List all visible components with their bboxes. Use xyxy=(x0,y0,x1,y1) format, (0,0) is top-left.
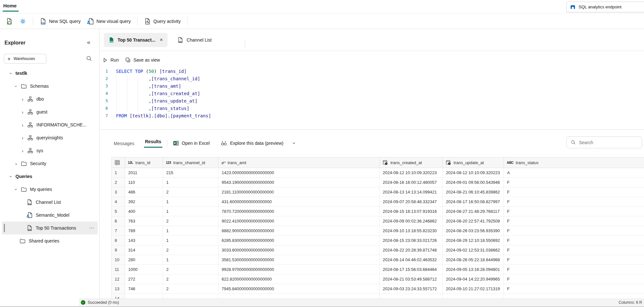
grid-cell: 2024-08-15 18:13:07.919316 xyxy=(380,207,443,216)
row-number-cell[interactable]: 2 xyxy=(111,178,125,187)
grid-cell: F xyxy=(504,178,644,187)
column-header-trans-id[interactable]: 12Ltrans_id xyxy=(125,157,163,168)
tab-messages[interactable]: Messages xyxy=(114,141,134,146)
query-activity-button[interactable]: Query activity xyxy=(142,16,183,26)
chevron-down-icon[interactable]: › xyxy=(14,84,19,89)
tree-item-guest[interactable]: ›guest xyxy=(2,105,98,118)
run-button[interactable]: Run xyxy=(102,55,119,64)
refresh-button[interactable] xyxy=(4,16,15,26)
open-in-excel-button[interactable]: Open in Excel xyxy=(173,138,210,148)
row-number-cell[interactable]: 13 xyxy=(111,284,125,294)
code-line[interactable]: 5 ,[trans_update_at] xyxy=(100,97,551,104)
code-token xyxy=(116,84,149,89)
tree-item-my-queries[interactable]: ›My queries xyxy=(2,183,98,196)
settings-button[interactable] xyxy=(17,16,28,26)
endpoint-selector[interactable]: SQL analytics endpoint xyxy=(566,2,644,12)
grid-cell: 2024-09-07 20:58:48.332347 xyxy=(380,197,443,207)
results-search-box[interactable] xyxy=(566,136,642,148)
search-input[interactable] xyxy=(579,140,638,145)
grid-cell: 2024-08-17 15:56:03.684464 xyxy=(380,265,443,274)
column-header-trans-created-at[interactable]: trans_created_at xyxy=(380,157,443,168)
tree-item-security[interactable]: ›Security xyxy=(2,157,98,170)
row-number-cell[interactable]: 3 xyxy=(111,187,125,197)
grid-cell: 2024-09-09 00:02:36.246862 xyxy=(380,216,443,226)
refresh-document-icon xyxy=(6,18,13,25)
row-number-cell[interactable]: 7 xyxy=(111,226,125,236)
tree-item-queries[interactable]: ›Queries xyxy=(2,170,98,183)
chevron-right-icon[interactable]: › xyxy=(14,161,19,166)
column-header-trans-amt[interactable]: eˣtrans_amt xyxy=(218,157,380,168)
new-sql-query-button[interactable]: SQL New SQL query xyxy=(38,16,82,26)
explorer-search-icon[interactable] xyxy=(86,55,92,62)
grid-cell: 7945.840000000000000000 xyxy=(218,284,380,294)
tree-item-label: Top 50 Transactions xyxy=(36,225,76,231)
column-header-trans-channel-id[interactable]: 123trans_channel_id xyxy=(163,157,218,168)
add-warehouses-button[interactable]: + Warehouses xyxy=(4,54,46,64)
grid-row-10: 1028013581.5300000000000000002024-08-14 … xyxy=(111,255,644,265)
chevron-right-icon[interactable]: › xyxy=(20,97,25,102)
chevron-down-icon[interactable]: › xyxy=(291,142,297,144)
row-number-cell[interactable]: 1 xyxy=(111,168,125,178)
query-tab-top-50-transact[interactable]: SQLTop 50 Transact...✕ xyxy=(104,33,168,47)
explore-data-button[interactable]: Explore this data (preview) › xyxy=(220,138,295,148)
editor-results-splitter[interactable] xyxy=(100,129,644,130)
row-number-cell[interactable]: 8 xyxy=(111,236,125,245)
tree-item-semantic-model[interactable]: Semantic_Model xyxy=(2,209,98,222)
visual-query-file-icon xyxy=(87,18,94,25)
query-tab-channel-list[interactable]: SQLChannel List xyxy=(173,33,216,47)
row-number-cell[interactable]: 14 xyxy=(111,294,125,299)
code-line[interactable]: 7FROM [testlk].[dbo].[payment_trans] xyxy=(100,112,551,119)
row-number-cell[interactable]: 5 xyxy=(111,207,125,216)
tree-item-label: sys xyxy=(36,148,43,153)
new-visual-query-button[interactable]: New visual query xyxy=(85,16,133,26)
row-number-cell[interactable]: 9 xyxy=(111,245,125,255)
row-number-cell[interactable]: 4 xyxy=(111,197,125,207)
home-tab-active-underline xyxy=(3,11,19,12)
tab-label: Top 50 Transact... xyxy=(118,37,155,43)
row-number-cell[interactable]: 10 xyxy=(111,255,125,265)
row-number-cell[interactable]: 6 xyxy=(111,216,125,226)
tree-item-schemas[interactable]: ›Schemas xyxy=(2,80,98,93)
chevron-down-icon[interactable]: › xyxy=(9,174,14,179)
ribbon-tab-home[interactable]: Home xyxy=(3,3,17,8)
chevron-down-icon[interactable]: › xyxy=(14,187,19,192)
tree-item-sys[interactable]: ›sys xyxy=(2,144,98,157)
new-visual-query-label: New visual query xyxy=(96,19,131,24)
select-all-header[interactable] xyxy=(111,157,125,168)
sql-code-editor[interactable]: 1SELECT TOP (50) [trans_id]2 ,[trans_cha… xyxy=(100,67,551,119)
code-line[interactable]: 3 ,[trans_amt] xyxy=(100,82,551,90)
chevron-right-icon[interactable]: › xyxy=(20,110,25,114)
tree-item-dbo[interactable]: ›dbo xyxy=(2,93,98,105)
tree-item-testlk[interactable]: ›testlk xyxy=(2,67,98,80)
save-as-view-button[interactable]: Save as view xyxy=(125,55,160,64)
tree-item-channel-list[interactable]: SQLChannel List xyxy=(2,196,98,209)
tree-item-shared-queries[interactable]: Shared queries xyxy=(2,234,98,247)
code-line[interactable]: 6 ,[trans_status] xyxy=(100,104,551,112)
tree-item-information-sche[interactable]: ›INFORMATION_SCHE... xyxy=(2,118,98,131)
column-header-trans-status[interactable]: ABCtrans_status xyxy=(504,157,644,168)
grid-cell: 2024-09-05 13:16:28.094801 xyxy=(443,265,504,274)
chevron-right-icon[interactable]: › xyxy=(20,123,25,127)
grid-cell: 1000 xyxy=(125,265,163,274)
chevron-down-icon[interactable]: › xyxy=(9,71,14,76)
code-line[interactable]: 1SELECT TOP (50) [trans_id] xyxy=(100,67,551,75)
tree-item-queryinsights[interactable]: ›queryinsights xyxy=(2,131,98,144)
code-line[interactable]: 2 ,[trans_channel_id] xyxy=(100,75,551,82)
tree-item-label: testlk xyxy=(15,71,27,76)
datetime-type-icon xyxy=(382,160,388,165)
tab-results[interactable]: Results xyxy=(144,139,162,148)
tree-item-top-50-transactions[interactable]: SQLTop 50 Transactions⋯ xyxy=(2,222,98,234)
row-number-cell[interactable]: 11 xyxy=(111,265,125,274)
code-token xyxy=(116,91,149,96)
more-icon[interactable]: ⋯ xyxy=(89,225,98,231)
close-icon[interactable]: ✕ xyxy=(159,37,163,42)
chevron-right-icon[interactable]: › xyxy=(20,148,25,153)
chevron-right-icon[interactable]: › xyxy=(20,135,25,140)
tree-item-label: Shared queries xyxy=(29,238,59,243)
code-line[interactable]: 4 ,[trans_created_at] xyxy=(100,90,551,97)
grid-cell: 1 xyxy=(163,197,218,207)
row-number-cell[interactable]: 12 xyxy=(111,274,125,284)
grid-cell: F xyxy=(504,207,644,216)
collapse-sidebar-icon[interactable]: « xyxy=(87,39,91,46)
column-header-trans-update-at[interactable]: trans_update_at xyxy=(443,157,504,168)
